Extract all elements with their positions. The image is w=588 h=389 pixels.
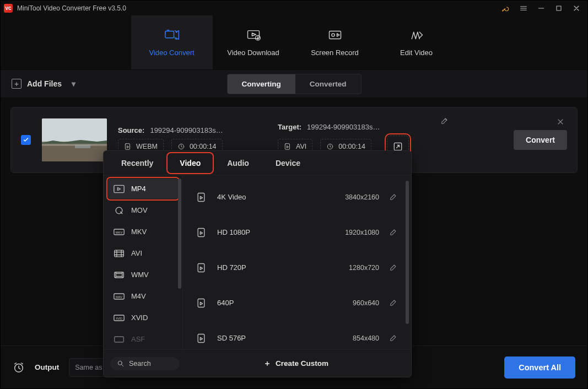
- dropdown-footer: Search ＋ Create Custom: [104, 349, 411, 377]
- format-item-m4v[interactable]: M4V M4V: [108, 286, 178, 306]
- add-files-label: Add Files: [27, 79, 62, 88]
- preset-edit-icon[interactable]: [389, 228, 399, 237]
- convert-button[interactable]: Convert: [514, 130, 567, 150]
- close-window-icon[interactable]: [572, 4, 581, 13]
- plus-icon: ＋: [263, 359, 271, 369]
- chevron-down-icon[interactable]: ▾: [72, 79, 75, 88]
- target-format: AVI: [296, 143, 306, 150]
- nav-screen-record[interactable]: Screen Record: [294, 15, 376, 69]
- svg-rect-7: [42, 144, 107, 161]
- remove-file-icon[interactable]: [556, 117, 565, 126]
- add-files-button[interactable]: ＋ Add Files ▾: [12, 79, 75, 89]
- preset-name: 640P: [217, 299, 309, 307]
- maximize-icon[interactable]: [554, 4, 563, 13]
- preset-list: 4K Video 3840x2160 HD 1080P 1920x1080 HD…: [183, 175, 411, 349]
- search-placeholder: Search: [129, 360, 151, 368]
- convert-all-button[interactable]: Convert All: [504, 356, 575, 379]
- file-video-icon: [195, 332, 207, 344]
- source-filename: 199294-909903183s…: [150, 126, 223, 134]
- tab-video[interactable]: Video: [169, 154, 212, 172]
- nav-label: Screen Record: [311, 48, 359, 57]
- format-item-xvid[interactable]: XVID XVID: [108, 307, 178, 328]
- format-item-mp4[interactable]: MP4: [108, 179, 178, 199]
- format-list-pane: MP4 MOV MKV MKV AVI: [104, 175, 183, 349]
- key-icon[interactable]: [501, 4, 510, 13]
- svg-rect-25: [115, 337, 124, 342]
- file-video-icon: [195, 297, 207, 309]
- preset-name: HD 720P: [217, 263, 309, 272]
- format-code: MOV: [131, 206, 148, 214]
- format-code: MKV: [131, 228, 147, 236]
- format-item-mov[interactable]: MOV: [108, 200, 178, 220]
- preset-item[interactable]: 4K Video 3840x2160: [183, 180, 411, 215]
- video-badge-icon: [114, 185, 125, 193]
- preset-edit-icon[interactable]: [389, 263, 399, 273]
- preset-item[interactable]: 640P 960x640: [183, 285, 411, 321]
- preset-list-scrollbar[interactable]: [406, 181, 409, 324]
- format-list-scrollbar[interactable]: [178, 179, 181, 289]
- preset-edit-icon[interactable]: [389, 192, 399, 202]
- hamburger-menu-icon[interactable]: [519, 4, 528, 13]
- minimize-icon[interactable]: [537, 4, 546, 13]
- xvid-badge-icon: XVID: [114, 314, 125, 322]
- record-icon: [327, 29, 343, 42]
- preset-name: HD 1080P: [217, 228, 309, 236]
- film-icon: [114, 249, 125, 258]
- format-code: ASF: [131, 335, 145, 343]
- nav-label: Video Convert: [149, 48, 194, 57]
- svg-rect-0: [557, 6, 561, 10]
- preset-name: SD 576P: [217, 334, 309, 342]
- film-reel-icon: [114, 271, 125, 279]
- svg-rect-19: [115, 250, 124, 257]
- nav-video-download[interactable]: Video Download: [213, 15, 294, 69]
- format-code: MP4: [131, 185, 146, 193]
- svg-text:MKV: MKV: [116, 231, 123, 234]
- edit-target-icon[interactable]: [440, 116, 449, 125]
- video-thumbnail[interactable]: [42, 118, 107, 161]
- file-checkbox[interactable]: [21, 135, 31, 145]
- app-window: vc MiniTool Video Converter Free v3.5.0: [0, 0, 588, 389]
- seg-converted[interactable]: Converted: [295, 74, 361, 94]
- output-path-value: Same as: [75, 364, 102, 371]
- create-custom-button[interactable]: ＋ Create Custom: [187, 359, 404, 369]
- nav-video-convert[interactable]: Video Convert: [131, 15, 213, 69]
- nav-label: Edit Video: [400, 48, 433, 57]
- format-item-asf[interactable]: ASF: [108, 329, 178, 349]
- schedule-icon[interactable]: [13, 361, 25, 374]
- tab-device[interactable]: Device: [265, 154, 311, 172]
- format-item-mkv[interactable]: MKV MKV: [108, 221, 178, 242]
- source-column: Source: 199294-909903183s… WEBM 0: [118, 126, 267, 154]
- clock-icon: [326, 143, 334, 150]
- svg-rect-10: [125, 143, 130, 149]
- preset-item[interactable]: HD 1080P 1920x1080: [183, 215, 411, 250]
- svg-rect-1: [165, 31, 174, 38]
- format-code: XVID: [131, 314, 148, 322]
- app-logo: vc: [4, 4, 13, 13]
- format-dropdown-tabs: Recently Video Audio Device: [104, 151, 411, 175]
- plus-icon: ＋: [12, 79, 21, 89]
- titlebar: vc MiniTool Video Converter Free v3.5.0: [1, 1, 587, 15]
- format-search[interactable]: Search: [110, 357, 180, 370]
- preset-edit-icon[interactable]: [389, 298, 399, 308]
- format-code: M4V: [131, 292, 146, 300]
- preset-edit-icon[interactable]: [389, 333, 399, 343]
- source-label: Source:: [118, 126, 144, 134]
- m4v-badge-icon: M4V: [114, 292, 125, 301]
- target-filename: 199294-909903183s…: [307, 123, 380, 131]
- tab-audio[interactable]: Audio: [216, 154, 260, 172]
- tab-recently[interactable]: Recently: [110, 154, 164, 172]
- format-item-wmv[interactable]: WMV: [108, 264, 178, 285]
- preset-resolution: 1280x720: [319, 264, 379, 272]
- preset-item[interactable]: HD 720P 1280x720: [183, 250, 411, 285]
- mkv-badge-icon: MKV: [114, 228, 125, 236]
- nav-edit-video[interactable]: Edit Video: [376, 15, 457, 69]
- svg-rect-9: [75, 145, 90, 148]
- target-duration: 00:00:14: [338, 143, 365, 150]
- format-item-avi[interactable]: AVI: [108, 243, 178, 263]
- nav-label: Video Download: [227, 48, 279, 57]
- preset-item[interactable]: SD 576P 854x480: [183, 321, 411, 349]
- file-video-icon: [284, 143, 292, 150]
- seg-converting[interactable]: Converting: [227, 74, 295, 94]
- preset-resolution: 854x480: [319, 334, 379, 342]
- svg-point-31: [118, 361, 122, 365]
